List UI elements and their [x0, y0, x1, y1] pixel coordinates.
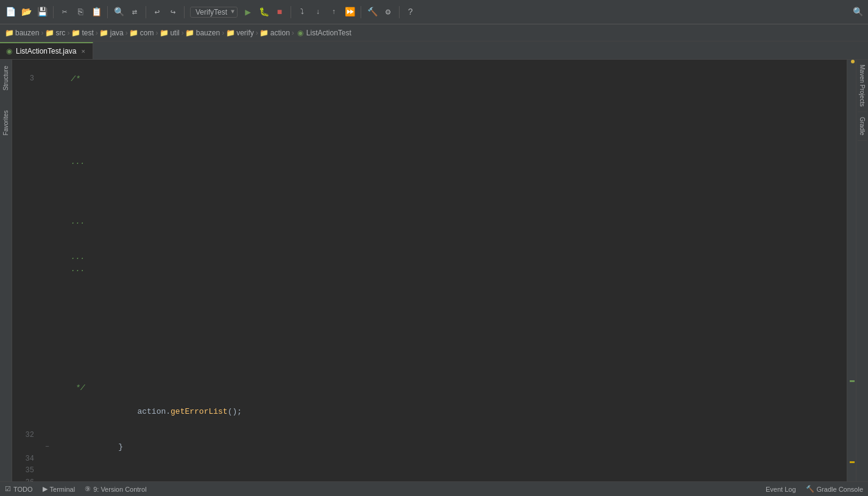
breadcrumb-com[interactable]: 📁 com: [130, 29, 154, 37]
structure-tab[interactable]: Structure: [1, 62, 10, 94]
terminal-label: Terminal: [50, 486, 76, 493]
version-control-button[interactable]: ⑨ 9: Version Control: [85, 485, 146, 493]
line-content: [52, 227, 847, 239]
fold-area: [43, 394, 52, 430]
toolbar-save-icon[interactable]: 💾: [35, 5, 49, 19]
settings-icon[interactable]: ⚙: [381, 5, 395, 19]
line-content: [52, 299, 847, 311]
fold-area: [43, 239, 52, 252]
code-line: /*: [38, 73, 847, 85]
run-config-dropdown-icon[interactable]: ▼: [231, 9, 235, 15]
tab-close-button[interactable]: ×: [80, 47, 86, 55]
right-gutter[interactable]: [847, 60, 856, 481]
breadcrumb-bauzen2[interactable]: 📁 bauzen: [186, 29, 220, 37]
code-line: [38, 180, 847, 192]
line-content: [52, 370, 847, 382]
breadcrumb-sep-5: ›: [155, 29, 158, 37]
maven-projects-tab[interactable]: Maven Projects: [858, 60, 867, 112]
code-line: [38, 144, 847, 157]
fold-area: [43, 168, 52, 180]
code-line: [38, 168, 847, 180]
gradle-console-button[interactable]: 🔨 Gradle Console: [806, 485, 863, 493]
code-line-close-brace: − }: [38, 430, 847, 466]
terminal-icon: ▶: [43, 485, 48, 493]
editor-container: 3: [12, 60, 856, 481]
breadcrumb-sep-9: ›: [292, 29, 294, 37]
todo-button[interactable]: ☑ TODO: [5, 485, 33, 493]
breadcrumb-action[interactable]: 📁 action: [260, 29, 290, 37]
toolbar-copy-icon[interactable]: ⎘: [74, 5, 87, 19]
code-line: ...: [38, 263, 847, 275]
event-log-button[interactable]: Event Log: [766, 486, 796, 493]
breadcrumb-listactiontest[interactable]: ◉ ListActionTest: [296, 29, 351, 37]
structure-panel: Structure Favorites: [0, 60, 12, 481]
fold-area: [43, 287, 52, 299]
step-over-icon[interactable]: ⤵: [295, 5, 309, 19]
toolbar-new-icon[interactable]: 📄: [4, 5, 17, 19]
code-token: }: [99, 442, 123, 452]
version-control-label: 9: Version Control: [93, 486, 146, 493]
debug-button[interactable]: 🐛: [257, 5, 270, 19]
breadcrumb-sep-3: ›: [96, 29, 98, 37]
fold-area: [43, 108, 52, 121]
code-line: */: [38, 382, 847, 394]
breadcrumb-test[interactable]: 📁 test: [71, 29, 93, 37]
step-out-icon[interactable]: ↑: [327, 5, 340, 19]
fold-area: [43, 346, 52, 358]
breadcrumb-verify[interactable]: 📁 verify: [226, 29, 254, 37]
line-content: action.getErrorList();: [52, 394, 847, 430]
run-config-group[interactable]: VerifyTest ▼: [190, 7, 238, 18]
toolbar: 📄 📂 💾 ✂ ⎘ 📋 🔍 ⇄ ↩ ↪ VerifyTest ▼ ▶ 🐛 ■ ⤵…: [0, 0, 868, 24]
resume-icon[interactable]: ⏩: [343, 5, 356, 19]
code-line-annotation: @Test: [38, 477, 847, 482]
fold-area[interactable]: −: [43, 430, 52, 466]
line-content: [52, 358, 847, 370]
code-token: ...: [52, 252, 85, 261]
fold-area: [43, 121, 52, 133]
breadcrumb-sep-7: ›: [222, 29, 224, 37]
line-content: ...: [52, 216, 847, 228]
toolbar-sep-3: [146, 6, 146, 18]
fold-area: [43, 144, 52, 157]
fold-area: [43, 132, 52, 144]
search-everywhere-icon[interactable]: 🔍: [851, 5, 864, 19]
folder-icon-7: 📁: [186, 29, 194, 37]
run-button[interactable]: ▶: [241, 5, 255, 19]
breadcrumb-bauzen[interactable]: 📁 bauzen: [5, 29, 39, 37]
folder-icon-8: 📁: [226, 29, 235, 37]
fold-area: [43, 382, 52, 394]
toolbar-paste-icon[interactable]: 📋: [90, 5, 103, 19]
terminal-button[interactable]: ▶ Terminal: [43, 485, 76, 493]
step-into-icon[interactable]: ↓: [311, 5, 325, 19]
line-content: [52, 61, 847, 73]
fold-area: [43, 192, 52, 204]
code-content[interactable]: /* ... ...: [38, 60, 847, 481]
breadcrumb-util[interactable]: 📁 util: [160, 29, 179, 37]
fold-area: [43, 311, 52, 323]
toolbar-redo-icon[interactable]: ↪: [166, 5, 180, 19]
line-content: [52, 132, 847, 144]
breadcrumb-sep-8: ›: [256, 29, 258, 37]
toolbar-cut-icon[interactable]: ✂: [58, 5, 71, 19]
help-icon[interactable]: ?: [404, 5, 417, 19]
breadcrumb-java[interactable]: 📁 java: [100, 29, 124, 37]
fold-area: [43, 180, 52, 192]
build-icon[interactable]: 🔨: [365, 5, 379, 19]
tab-icon: ◉: [6, 47, 12, 55]
todo-icon: ☑: [5, 485, 11, 493]
breadcrumb-src[interactable]: 📁 src: [45, 29, 65, 37]
toolbar-undo-icon[interactable]: ↩: [150, 5, 164, 19]
line-content: [52, 180, 847, 192]
fold-button[interactable]: −: [45, 444, 49, 450]
favorites-tab[interactable]: Favorites: [1, 107, 10, 139]
folder-icon-5: 📁: [130, 29, 138, 37]
code-line: [38, 239, 847, 252]
code-line: [38, 97, 847, 109]
toolbar-find-icon[interactable]: 🔍: [112, 5, 125, 19]
tab-listactiontest[interactable]: ◉ ListActionTest.java ×: [0, 42, 93, 59]
toolbar-open-icon[interactable]: 📂: [19, 5, 33, 19]
gradle-tab[interactable]: Gradle: [858, 112, 867, 141]
line-content: [52, 144, 847, 157]
toolbar-replace-icon[interactable]: ⇄: [128, 5, 141, 19]
stop-button[interactable]: ■: [273, 5, 286, 19]
